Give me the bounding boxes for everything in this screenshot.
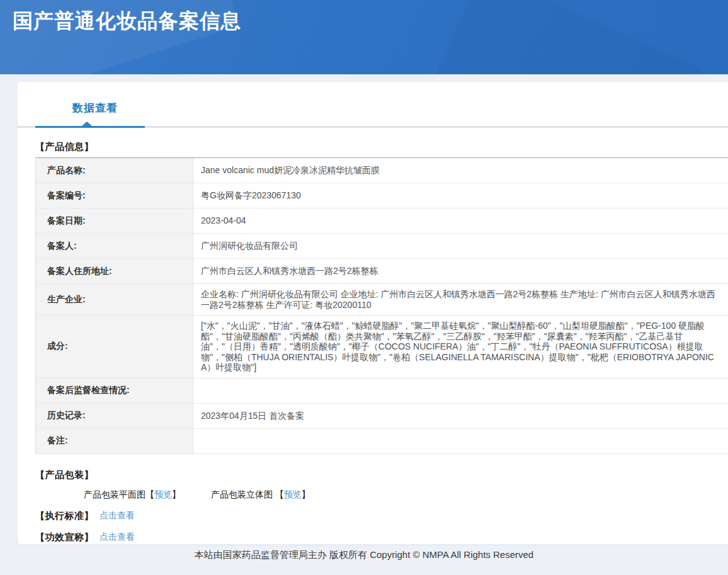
row-value bbox=[193, 379, 728, 403]
bracket-open: 【 bbox=[275, 489, 284, 499]
section-packaging-title: 【产品包装】 bbox=[35, 469, 728, 481]
table-row: 备案日期:2023-04-04 bbox=[36, 208, 728, 234]
table-row: 成分:["水"，"火山泥"，"甘油"，"液体石蜡"，"鲸蜡硬脂醇"，"聚二甲基硅… bbox=[36, 316, 728, 379]
claims-view-link[interactable]: 点击查看 bbox=[100, 532, 135, 543]
row-value: 2023-04-04 bbox=[193, 208, 728, 233]
tab-active-underline bbox=[35, 126, 145, 128]
tab-data-view[interactable]: 数据查看 bbox=[72, 101, 118, 115]
content-card: 数据查看 【产品信息】 产品名称:Jane volcanic mud妍泥冷泉冰泥… bbox=[18, 82, 728, 544]
packaging-flat-image-preview-link[interactable]: 预览 bbox=[154, 489, 172, 499]
row-value: ["水"，"火山泥"，"甘油"，"液体石蜡"，"鲸蜡硬脂醇"，"聚二甲基硅氧烷"… bbox=[193, 316, 728, 378]
row-label: 备案人住所地址: bbox=[36, 259, 193, 283]
packaging-flat-image-label: 产品包装平面图 bbox=[84, 489, 145, 499]
section-product-info-title: 【产品信息】 bbox=[35, 141, 728, 153]
page-title: 国产普通化妆品备案信息 bbox=[13, 8, 241, 35]
table-row: 备案编号:粤G妆网备字2023067130 bbox=[36, 183, 728, 208]
row-label: 备案日期: bbox=[36, 208, 193, 233]
product-info-table: 产品名称:Jane volcanic mud妍泥冷泉冰泥精华抗皱面膜备案编号:粤… bbox=[35, 157, 728, 454]
section-claims-title: 【功效宣称】 bbox=[35, 532, 94, 544]
row-value bbox=[193, 429, 728, 453]
table-row: 产品名称:Jane volcanic mud妍泥冷泉冰泥精华抗皱面膜 bbox=[36, 158, 728, 183]
row-label: 历史记录: bbox=[36, 404, 193, 428]
claims-row: 【功效宣称】 点击查看 bbox=[35, 532, 728, 544]
bracket-close: 】 bbox=[172, 489, 181, 499]
row-value: 企业名称: 广州润研化妆品有限公司 企业地址: 广州市白云区人和镇秀水塘西一路2… bbox=[193, 284, 728, 315]
row-value: 广州市白云区人和镇秀水塘西一路2号2栋整栋 bbox=[193, 259, 728, 283]
packaging-flat-image-item: 产品包装平面图【预览】 bbox=[84, 489, 183, 499]
row-label: 备案编号: bbox=[36, 183, 193, 208]
row-value: 粤G妆网备字2023067130 bbox=[193, 183, 728, 208]
page-header-banner: 国产普通化妆品备案信息 bbox=[0, 0, 728, 74]
bracket-close: 】 bbox=[302, 489, 310, 499]
row-label: 产品名称: bbox=[36, 158, 193, 183]
standard-row: 【执行标准】 点击查看 bbox=[35, 510, 728, 522]
bracket-open: 【 bbox=[145, 489, 154, 499]
footer-copyright-text: 本站由国家药品监督管理局主办 版权所有 Copyright © NMPA All… bbox=[195, 549, 533, 561]
packaging-3d-image-label: 产品包装立体图 bbox=[211, 489, 275, 499]
tab-data-view-label: 数据查看 bbox=[72, 102, 118, 114]
row-label: 备案后监督检查情况: bbox=[36, 379, 193, 403]
packaging-3d-image-preview-link[interactable]: 预览 bbox=[284, 489, 302, 499]
tab-bar: 数据查看 bbox=[18, 82, 728, 128]
banner-decoration-shape bbox=[416, 0, 701, 74]
table-row: 生产企业:企业名称: 广州润研化妆品有限公司 企业地址: 广州市白云区人和镇秀水… bbox=[36, 284, 728, 316]
packaging-row: 产品包装平面图【预览】 产品包装立体图 【预览】 bbox=[35, 489, 728, 501]
row-label: 备案人: bbox=[36, 234, 193, 258]
tab-active-indicator-triangle bbox=[82, 122, 92, 126]
row-label: 生产企业: bbox=[36, 284, 193, 315]
standard-view-link[interactable]: 点击查看 bbox=[100, 510, 135, 521]
row-label: 备注: bbox=[36, 429, 193, 453]
section-standard-title: 【执行标准】 bbox=[35, 510, 94, 522]
page-footer: 本站由国家药品监督管理局主办 版权所有 Copyright © NMPA All… bbox=[0, 544, 728, 575]
row-value: 广州润研化妆品有限公司 bbox=[193, 234, 728, 258]
main-content: 【产品信息】 产品名称:Jane volcanic mud妍泥冷泉冰泥精华抗皱面… bbox=[18, 141, 728, 544]
packaging-3d-image-item: 产品包装立体图 【预览】 bbox=[211, 489, 310, 499]
table-row: 备注: bbox=[36, 429, 728, 454]
table-row: 历史记录:2023年04月15日 首次备案 bbox=[36, 404, 728, 429]
tab-underline bbox=[18, 126, 728, 128]
table-row: 备案人:广州润研化妆品有限公司 bbox=[36, 234, 728, 259]
row-value: 2023年04月15日 首次备案 bbox=[193, 404, 728, 428]
row-value: Jane volcanic mud妍泥冷泉冰泥精华抗皱面膜 bbox=[193, 158, 728, 183]
table-row: 备案后监督检查情况: bbox=[36, 379, 728, 404]
table-row: 备案人住所地址:广州市白云区人和镇秀水塘西一路2号2栋整栋 bbox=[36, 259, 728, 284]
row-label: 成分: bbox=[36, 316, 193, 378]
